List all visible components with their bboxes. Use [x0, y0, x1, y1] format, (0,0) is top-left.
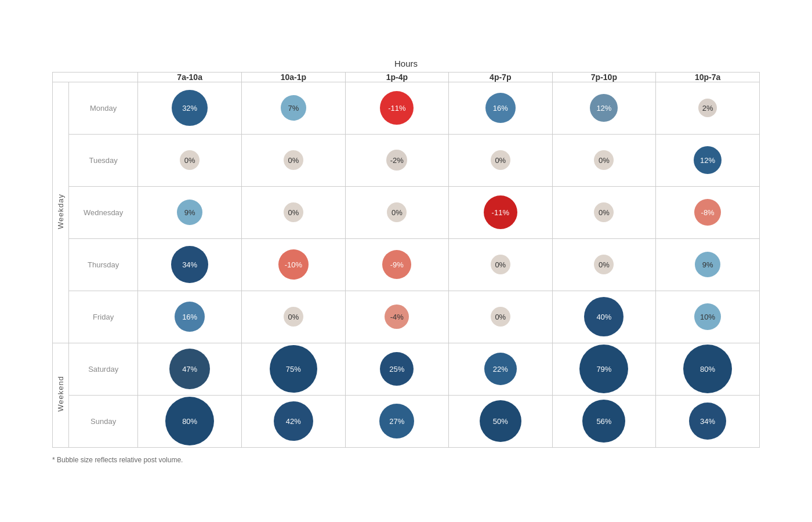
bubble-wrap: 79% — [553, 343, 656, 395]
bubble-wrap: 25% — [346, 343, 448, 395]
bubble-wrap: 10% — [656, 291, 759, 343]
chart-title: Hours — [52, 59, 760, 68]
cell-saturday-0: 47% — [138, 343, 242, 395]
cell-monday-0: 32% — [138, 82, 242, 134]
bubble: 10% — [694, 303, 721, 330]
cell-tuesday-1: 0% — [241, 134, 345, 186]
bubble-wrap: 0% — [449, 291, 552, 343]
cell-wednesday-0: 9% — [138, 186, 242, 238]
bubble-wrap: 0% — [449, 135, 552, 186]
cell-saturday-5: 80% — [656, 343, 760, 395]
bubble: 7% — [281, 95, 306, 121]
bubble: 42% — [274, 401, 313, 441]
bubble-wrap: 50% — [449, 396, 552, 447]
cell-wednesday-3: -11% — [449, 186, 553, 238]
empty-corner — [53, 72, 138, 82]
bubble: -11% — [484, 195, 517, 229]
bubble-wrap: 16% — [138, 291, 241, 343]
cell-thursday-3: 0% — [449, 238, 553, 291]
bubble: 0% — [491, 150, 510, 170]
bubble: 2% — [698, 99, 717, 117]
col-header-1: 10a-1p — [241, 72, 345, 82]
cell-monday-5: 2% — [656, 82, 760, 134]
cell-thursday-0: 34% — [138, 238, 242, 291]
bubble-wrap: 0% — [242, 291, 345, 343]
bubble: 34% — [689, 403, 726, 440]
section-text-weekday: Weekday — [56, 194, 65, 229]
section-label-weekend: Weekend — [53, 343, 69, 447]
bubble: -4% — [385, 304, 409, 329]
cell-monday-4: 12% — [552, 82, 656, 134]
bubble-wrap: 27% — [346, 396, 448, 447]
bubble: 34% — [171, 246, 208, 283]
bubble: 12% — [590, 94, 618, 122]
bubble: 0% — [594, 150, 614, 170]
bubble-wrap: 16% — [449, 82, 552, 134]
cell-wednesday-2: 0% — [345, 186, 448, 238]
bubble: 56% — [582, 400, 625, 443]
bubble: 0% — [387, 202, 407, 222]
row-label-tuesday: Tuesday — [69, 134, 138, 186]
cell-sunday-5: 34% — [656, 395, 760, 447]
row-label-wednesday: Wednesday — [69, 186, 138, 238]
bubble-wrap: 47% — [138, 343, 241, 395]
cell-thursday-2: -9% — [345, 238, 448, 291]
cell-monday-3: 16% — [449, 82, 553, 134]
bubble: 12% — [694, 146, 722, 174]
cell-tuesday-4: 0% — [552, 134, 656, 186]
row-label-monday: Monday — [69, 82, 138, 134]
bubble-wrap: -9% — [346, 239, 448, 291]
cell-friday-2: -4% — [345, 291, 448, 343]
bubble: 79% — [579, 345, 628, 393]
section-label-weekday: Weekday — [53, 82, 69, 343]
footnote: * Bubble size reflects relative post vol… — [52, 456, 760, 464]
row-label-friday: Friday — [69, 291, 138, 343]
bubble: 40% — [584, 297, 624, 336]
bubble-wrap: 42% — [242, 396, 345, 447]
cell-tuesday-3: 0% — [449, 134, 553, 186]
bubble-wrap: 0% — [553, 239, 656, 291]
row-label-thursday: Thursday — [69, 238, 138, 291]
bubble: 80% — [683, 345, 732, 393]
bubble: -2% — [386, 150, 407, 171]
cell-friday-5: 10% — [656, 291, 760, 343]
bubble-wrap: 0% — [346, 187, 448, 238]
bubble: 0% — [491, 255, 510, 274]
cell-friday-3: 0% — [449, 291, 553, 343]
bubble: -10% — [278, 249, 309, 280]
col-header-4: 7p-10p — [552, 72, 656, 82]
bubble: 16% — [175, 302, 205, 332]
col-header-0: 7a-10a — [138, 72, 242, 82]
bubble: 0% — [594, 202, 614, 222]
cell-sunday-2: 27% — [345, 395, 448, 447]
bubble-wrap: 56% — [553, 396, 656, 447]
bubble: 9% — [695, 252, 720, 277]
bubble-wrap: 9% — [138, 187, 241, 238]
bubble-wrap: 12% — [553, 82, 656, 134]
bubble-wrap: 40% — [553, 291, 656, 343]
cell-tuesday-5: 12% — [656, 134, 760, 186]
cell-sunday-4: 56% — [552, 395, 656, 447]
cell-saturday-1: 75% — [241, 343, 345, 395]
bubble-wrap: -11% — [346, 82, 448, 134]
section-text-weekend: Weekend — [56, 376, 65, 412]
bubble-wrap: 0% — [449, 239, 552, 291]
bubble-wrap: -8% — [656, 187, 759, 238]
cell-thursday-4: 0% — [552, 238, 656, 291]
cell-tuesday-0: 0% — [138, 134, 242, 186]
bubble-wrap: 0% — [553, 187, 656, 238]
bubble: 22% — [484, 353, 517, 385]
bubble-wrap: 0% — [242, 135, 345, 186]
cell-thursday-1: -10% — [241, 238, 345, 291]
cell-tuesday-2: -2% — [345, 134, 448, 186]
cell-sunday-1: 42% — [241, 395, 345, 447]
cell-monday-1: 7% — [241, 82, 345, 134]
cell-saturday-2: 25% — [345, 343, 448, 395]
bubble: 0% — [594, 255, 614, 274]
bubble: 0% — [284, 150, 303, 170]
bubble: 75% — [270, 345, 317, 393]
row-label-saturday: Saturday — [69, 343, 138, 395]
bubble-wrap: 34% — [656, 396, 759, 447]
bubble: 50% — [480, 400, 521, 442]
bubble-wrap: -11% — [449, 187, 552, 238]
